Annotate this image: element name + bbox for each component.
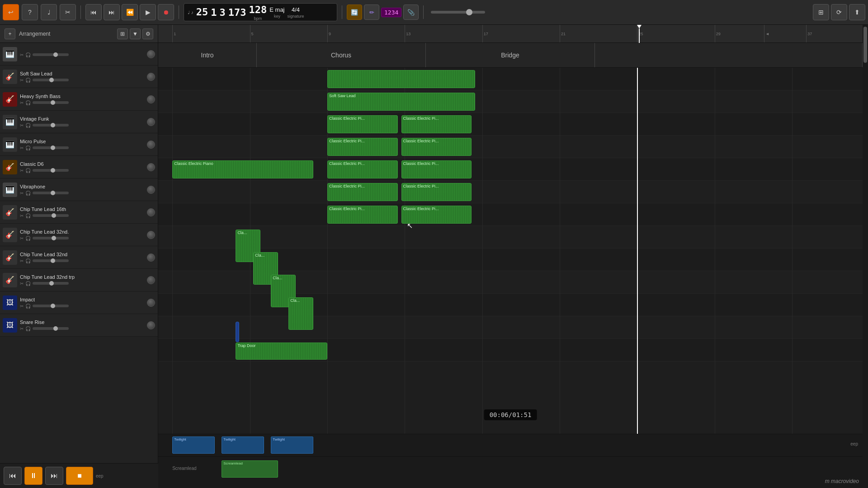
track-knob-t3[interactable] — [147, 95, 155, 103]
rewind-button[interactable]: ⏮ — [85, 4, 102, 20]
play-button[interactable]: ▶ — [140, 4, 156, 20]
track-headphone-t8[interactable]: 🎧 — [25, 213, 31, 218]
arrangement-content[interactable]: Soft Saw Lead Classic Electric Pi... Cla… — [158, 68, 863, 434]
track-knob-t5[interactable] — [147, 141, 155, 149]
track-fader-t13[interactable] — [33, 327, 69, 330]
export-button[interactable]: ⬆ — [849, 4, 865, 20]
track-knob-t9[interactable] — [147, 231, 155, 239]
track-scissors-t5[interactable]: ✂ — [20, 145, 24, 150]
track-fader-thumb-t6[interactable] — [51, 168, 55, 173]
volume-track[interactable] — [431, 11, 485, 14]
clip-impact-1[interactable] — [236, 322, 239, 342]
clip-vibraphone-chorus1[interactable]: Classic Electric Pi... — [327, 206, 398, 224]
track-row-t1[interactable]: 🎹 ✂ 🎧 — [0, 43, 158, 66]
clip-micropulse-chorus1[interactable]: Classic Electric Pi... — [327, 160, 398, 178]
track-knob-t2[interactable] — [147, 73, 155, 81]
track-row-t5[interactable]: 🎹 Micro Pulse ✂ 🎧 — [0, 133, 158, 156]
bottom-pause-button[interactable]: ⏸ — [24, 467, 42, 485]
track-fader-t4[interactable] — [33, 124, 69, 127]
clip-twilight-1[interactable]: Twilight — [172, 436, 214, 454]
track-headphone-t7[interactable]: 🎧 — [25, 191, 31, 196]
track-knob-t12[interactable] — [147, 299, 155, 307]
track-fader-t10[interactable] — [33, 259, 69, 262]
track-headphone-t2[interactable]: 🎧 — [25, 78, 31, 83]
track-row-t6[interactable]: 🎸 Classic D6 ✂ 🎧 — [0, 156, 158, 178]
track-headphone-t9[interactable]: 🎧 — [25, 236, 31, 241]
help-button[interactable]: ? — [22, 4, 38, 20]
track-fader-thumb-t9[interactable] — [52, 236, 56, 240]
track-headphone-t10[interactable]: 🎧 — [25, 258, 31, 263]
scissors-button[interactable]: ✂ — [60, 4, 76, 20]
bottom-next-button[interactable]: ⏭ — [45, 467, 63, 485]
bottom-color-button[interactable]: ■ — [66, 467, 93, 485]
track-scissors-t3[interactable]: ✂ — [20, 100, 24, 105]
track-fader-t6[interactable] — [33, 169, 69, 172]
track-headphone-t13[interactable]: 🎧 — [25, 326, 31, 331]
clip-heavybass-chorus1[interactable]: Classic Electric Pi... — [327, 115, 398, 133]
track-scissors-t11[interactable]: ✂ — [20, 281, 24, 286]
history-button[interactable]: ⟳ — [831, 4, 847, 20]
track-fader-t1[interactable] — [33, 53, 69, 56]
track-knob-t4[interactable] — [147, 118, 155, 126]
track-headphone-t11[interactable]: 🎧 — [25, 281, 31, 286]
track-fader-thumb-t2[interactable] — [49, 78, 54, 82]
track-scissors-t8[interactable]: ✂ — [20, 213, 24, 218]
track-scissors-t1[interactable]: ✂ — [20, 52, 24, 57]
track-row-t2[interactable]: 🎸 Soft Saw Lead ✂ 🎧 — [0, 66, 158, 88]
track-scissors-t13[interactable]: ✂ — [20, 326, 24, 331]
track-fader-thumb-t4[interactable] — [51, 123, 55, 127]
track-row-t4[interactable]: 🎹 Vintage Funk ✂ 🎧 — [0, 111, 158, 133]
clip-twilight-3[interactable]: Twilight — [271, 436, 313, 454]
track-row-t10[interactable]: 🎸 Chip Tune Lead 32nd ✂ 🎧 — [0, 246, 158, 269]
track-row-t7[interactable]: 🎹 Vibraphone ✂ 🎧 — [0, 178, 158, 201]
clip-micropulse-intro[interactable]: Classic Electric Piano — [172, 160, 313, 178]
clip-vibraphone-chorus2[interactable]: Classic Electric Pi... — [401, 206, 472, 224]
track-fader-t5[interactable] — [33, 146, 69, 149]
track-row-t11[interactable]: 🎸 Chip Tune Lead 32nd trp ✂ 🎧 — [0, 269, 158, 291]
track-knob-t8[interactable] — [147, 208, 155, 216]
vertical-scrollbar[interactable] — [863, 25, 868, 488]
clip-classicd6-chorus1[interactable]: Classic Electric Pi... — [327, 183, 398, 201]
metronome-button[interactable]: ♩ — [41, 4, 57, 20]
track-scissors-t10[interactable]: ✂ — [20, 258, 24, 263]
track-scissors-t4[interactable]: ✂ — [20, 123, 24, 128]
track-fader-thumb-t10[interactable] — [51, 258, 55, 263]
track-scissors-t2[interactable]: ✂ — [20, 78, 24, 83]
clip-vintagefunk-chorus2[interactable]: Classic Electric Pi... — [401, 138, 472, 156]
undo-button[interactable]: ↩ — [3, 4, 19, 20]
track-row-t8[interactable]: 🎸 Chip Tune Lead 16th ✂ 🎧 — [0, 201, 158, 224]
track-headphone-t4[interactable]: 🎧 — [25, 123, 31, 128]
track-fader-thumb-t1[interactable] — [53, 52, 58, 57]
track-headphone-t1[interactable]: 🎧 — [25, 52, 31, 57]
track-fader-t3[interactable] — [33, 101, 69, 104]
scrollbar-thumb[interactable] — [863, 27, 867, 63]
clip-softsaw-chorus[interactable]: Soft Saw Lead — [327, 93, 475, 111]
panel-settings-button[interactable]: ⚙ — [142, 28, 153, 39]
clip-row1-chorus[interactable] — [327, 70, 475, 88]
track-fader-thumb-t11[interactable] — [49, 281, 54, 286]
track-fader-thumb-t3[interactable] — [51, 100, 55, 105]
track-scissors-t6[interactable]: ✂ — [20, 168, 24, 173]
track-fader-t11[interactable] — [33, 282, 69, 285]
bottom-prev-button[interactable]: ⏮ — [4, 467, 22, 485]
track-headphone-t6[interactable]: 🎧 — [25, 168, 31, 173]
track-fader-t8[interactable] — [33, 214, 69, 217]
pencil-button[interactable]: ✏ — [364, 5, 379, 20]
clip-chiptune32trp-1[interactable]: Cla... — [288, 297, 313, 330]
volume-thumb[interactable] — [466, 9, 472, 15]
track-fader-t9[interactable] — [33, 237, 69, 239]
clip-trapdoor[interactable]: Trap Door — [236, 343, 327, 360]
track-headphone-t3[interactable]: 🎧 — [25, 100, 31, 105]
track-knob-t13[interactable] — [147, 321, 155, 329]
track-headphone-t5[interactable]: 🎧 — [25, 145, 31, 150]
track-fader-thumb-t13[interactable] — [53, 326, 58, 331]
track-knob-t6[interactable] — [147, 163, 155, 171]
add-track-button[interactable]: + — [5, 28, 15, 39]
panel-filter-button[interactable]: ▼ — [130, 28, 141, 39]
track-row-t3[interactable]: 🎸 Heavy Synth Bass ✂ 🎧 — [0, 88, 158, 111]
panel-view-button[interactable]: ⊞ — [117, 28, 128, 39]
track-knob-t10[interactable] — [147, 253, 155, 262]
grid-button[interactable]: ⊞ — [813, 4, 829, 20]
track-fader-thumb-t12[interactable] — [51, 304, 55, 308]
track-scissors-t9[interactable]: ✂ — [20, 236, 24, 241]
